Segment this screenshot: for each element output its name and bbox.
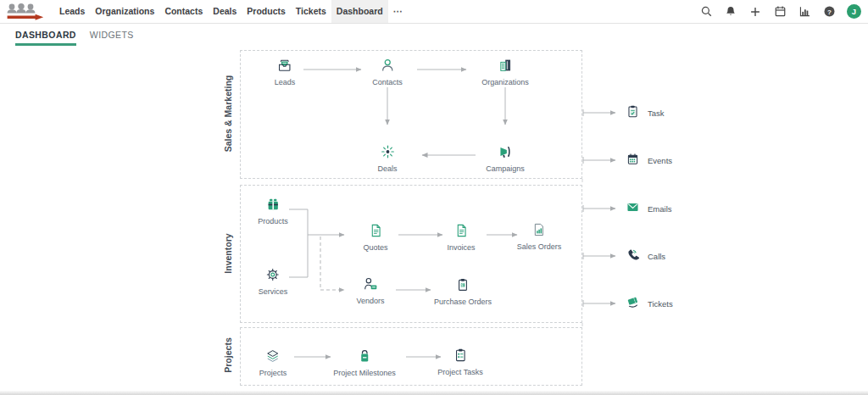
- projects-icon: [265, 348, 281, 367]
- node-invoices[interactable]: Invoices: [447, 223, 475, 252]
- svg-text:?: ?: [827, 8, 832, 16]
- node-label: Projects: [259, 369, 287, 377]
- project-milestones-icon: [357, 348, 372, 367]
- nav-item-deals[interactable]: Deals: [208, 0, 242, 23]
- node-label: Vendors: [356, 297, 384, 305]
- calls-icon: [626, 248, 640, 265]
- top-navbar: Leads Organizations Contacts Deals Produ…: [0, 0, 868, 24]
- node-label: Services: [259, 287, 288, 296]
- chart-icon[interactable]: [798, 5, 811, 19]
- calendar-icon[interactable]: [773, 5, 787, 19]
- node-label: Sales Orders: [517, 242, 562, 251]
- emails-icon: [626, 200, 640, 218]
- contacts-icon: [380, 58, 395, 76]
- node-campaigns[interactable]: Campaigns: [486, 144, 525, 173]
- app-window: Leads Organizations Contacts Deals Produ…: [0, 0, 868, 395]
- side-item-label: Events: [648, 156, 672, 165]
- node-label: Campaigns: [486, 164, 525, 173]
- side-item-task[interactable]: Task: [626, 104, 665, 122]
- products-icon: [265, 197, 281, 215]
- plus-icon[interactable]: [748, 5, 762, 19]
- project-tasks-icon: [453, 348, 468, 366]
- nav-item-contacts[interactable]: Contacts: [159, 0, 208, 23]
- search-icon[interactable]: [699, 5, 713, 19]
- purchase-orders-icon: [455, 277, 470, 296]
- bell-icon[interactable]: [724, 5, 737, 19]
- node-label: Invoices: [447, 243, 475, 252]
- node-contacts[interactable]: Contacts: [372, 58, 403, 86]
- node-leads[interactable]: Leads: [275, 58, 296, 86]
- node-project-tasks[interactable]: Project Tasks: [437, 348, 482, 376]
- node-label: Organizations: [481, 78, 529, 86]
- node-label: Project Milestones: [333, 369, 396, 377]
- deals-icon: [380, 144, 395, 163]
- user-avatar[interactable]: J: [847, 4, 861, 19]
- node-label: Contacts: [372, 78, 403, 86]
- vendors-icon: [363, 276, 378, 295]
- organizations-icon: [498, 58, 513, 76]
- nav-item-organizations[interactable]: Organizations: [90, 0, 159, 23]
- sales-orders-icon: [531, 222, 547, 241]
- node-deals[interactable]: Deals: [377, 144, 397, 173]
- campaigns-icon: [498, 144, 513, 163]
- tab-dashboard[interactable]: DASHBOARD: [15, 24, 76, 46]
- side-item-label: Tickets: [648, 299, 673, 309]
- main-menu: Leads Organizations Contacts Deals Produ…: [54, 0, 409, 23]
- zone-inventory: [240, 185, 582, 323]
- node-services[interactable]: Services: [259, 267, 288, 296]
- nav-item-dashboard[interactable]: Dashboard: [331, 0, 388, 23]
- node-sales-orders[interactable]: Sales Orders: [517, 222, 562, 251]
- invoices-icon: [453, 223, 469, 242]
- navbar-actions: ? J: [699, 4, 868, 19]
- node-project-milestones[interactable]: Project Milestones: [333, 348, 396, 377]
- node-label: Products: [258, 217, 288, 225]
- nav-item-products[interactable]: Products: [242, 0, 291, 23]
- help-icon[interactable]: ?: [822, 5, 836, 19]
- node-label: Leads: [275, 78, 296, 86]
- side-item-calls[interactable]: Calls: [626, 248, 665, 265]
- side-item-tickets[interactable]: Tickets: [626, 295, 673, 313]
- tickets-icon: [626, 295, 640, 313]
- side-item-label: Calls: [648, 252, 665, 261]
- window-bottom-edge: [0, 391, 868, 395]
- node-purchase-orders[interactable]: Purchase Orders: [434, 277, 492, 306]
- tab-widgets[interactable]: WIDGETS: [90, 24, 134, 46]
- node-label: Quotes: [363, 243, 387, 252]
- section-label-sales-marketing: Sales & Marketing: [223, 46, 233, 181]
- node-label: Deals: [377, 164, 397, 173]
- node-vendors[interactable]: Vendors: [356, 276, 384, 305]
- nav-more-button[interactable]: ⋯: [388, 6, 409, 17]
- node-label: Purchase Orders: [434, 298, 492, 306]
- nav-item-tickets[interactable]: Tickets: [291, 0, 331, 23]
- events-icon: [626, 152, 640, 170]
- node-label: Project Tasks: [437, 368, 482, 376]
- node-products[interactable]: Products: [258, 197, 288, 225]
- section-label-projects: Projects: [223, 287, 233, 395]
- zone-projects: [240, 327, 582, 386]
- side-item-events[interactable]: Events: [626, 152, 672, 170]
- node-projects[interactable]: Projects: [259, 348, 287, 377]
- quotes-icon: [368, 223, 383, 242]
- task-icon: [626, 104, 640, 122]
- services-icon: [265, 267, 281, 286]
- node-quotes[interactable]: Quotes: [363, 223, 387, 252]
- people-arrow-logo-icon: [5, 3, 46, 21]
- crm-logo[interactable]: [5, 3, 46, 21]
- side-item-emails[interactable]: Emails: [626, 200, 672, 218]
- nav-item-leads[interactable]: Leads: [54, 0, 90, 23]
- side-item-label: Task: [648, 108, 665, 118]
- node-organizations[interactable]: Organizations: [481, 58, 529, 86]
- dashboard-tabbar: DASHBOARD WIDGETS: [0, 24, 868, 46]
- side-item-label: Emails: [648, 204, 672, 214]
- leads-icon: [277, 58, 292, 76]
